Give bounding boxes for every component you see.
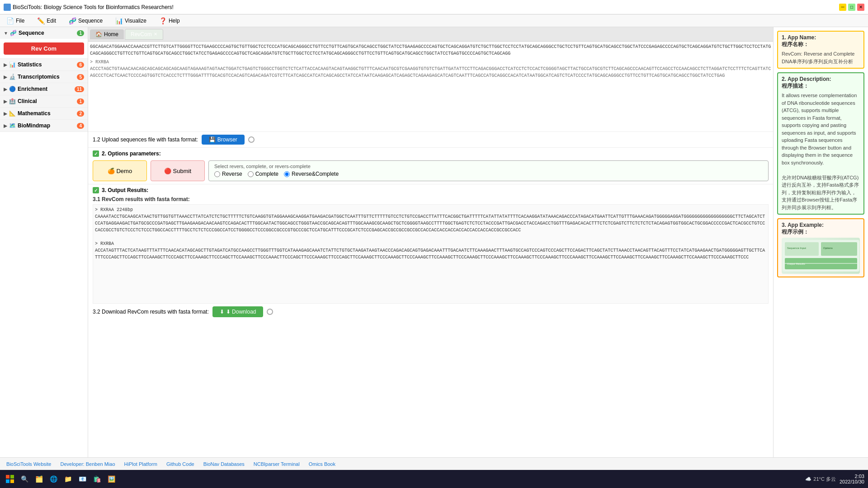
menu-edit-label: Edit [47,18,56,24]
bottom-link-bioscitools[interactable]: BioSciTools Website [4,460,54,468]
revcom-button[interactable]: Rev Com [4,42,84,55]
statistics-badge: 6 [77,62,84,68]
triangle-right-icon6: ▶ [4,123,7,128]
sidebar-section-clinical-header[interactable]: ▶ 🏥 Clinical 1 [0,95,88,107]
menu-sequence[interactable]: 🧬 Sequence [66,16,105,25]
sidebar-section-sequence: ▼ 🧬 Sequence 1 Rev Com [0,27,88,59]
sidebar-section-biomindmap: ▶ 🗺️ BioMindmap 4 [0,120,88,132]
sequence-icon: 🧬 [69,17,76,24]
reverse-complete-option[interactable]: Reverse&Complete [284,171,339,177]
download-button[interactable]: ⬇ ⬇ Download [212,306,264,317]
sidebar-section-enrichment-header[interactable]: ▶ 🔵 Enrichment 11 [0,83,88,95]
output-label: 3. Output Results: [102,187,148,193]
bottom-link-developer[interactable]: Developer: Benben Miao [57,460,118,468]
taskbar: 🔍 🗂️ 🌐 📁 📧 🛍️ 🖼️ ☁️ 21°C 多云 2:03 2022/10… [0,470,868,488]
window-controls[interactable]: ─ □ ✕ [839,4,864,11]
edit-icon: ✏️ [37,17,45,24]
svg-text:Options: Options [823,247,833,249]
bottom-link-ncbiparser[interactable]: NCBIparser Terminal [251,460,302,468]
svg-text:Sequence Input: Sequence Input [787,247,806,249]
submit-button[interactable]: 🔴 Submit [151,160,205,181]
upload-label: 1.2 Upload sequences file with fasta for… [93,136,198,143]
complete-radio[interactable] [248,171,254,177]
tab-close-icon[interactable]: ✕ [154,32,157,37]
sidebar-section-mathematics-header[interactable]: ▶ 📐 Mathematics 2 [0,108,88,119]
options-row: 🍊 Demo 🔴 Submit Select revers, complete,… [93,160,769,181]
demo-btn-label: 🍊 Demo [108,168,132,174]
home-icon: 🏠 [95,31,102,38]
triangle-right-icon4: ▶ [4,99,7,104]
menu-edit[interactable]: ✏️ Edit [34,16,59,25]
sidebar: ▼ 🧬 Sequence 1 Rev Com ▶ 📊 Statistics 6 … [0,27,88,457]
mathematics-section-icon: 📐 [9,110,16,117]
tab-revcom-label: RevCom [131,31,152,38]
taskview-icon[interactable]: 🗂️ [33,473,45,485]
output-header: ✓ 3. Output Results: [93,187,769,193]
bottom-link-github[interactable]: Github Code [164,460,197,468]
sidebar-section-sequence-header[interactable]: ▼ 🧬 Sequence 1 [0,27,88,39]
app-name-card-title: 1. App Name:程序名称： [782,34,860,48]
start-button[interactable] [4,473,16,485]
transcriptomics-badge: 5 [77,74,84,80]
reverse-option[interactable]: Reverse [214,171,242,177]
tab-bar: 🏠 Home RevCom ✕ [88,27,773,42]
sequence-section-label: Sequence [19,30,44,36]
sidebar-section-transcriptomics-header[interactable]: ▶ 🔬 Transcriptomics 5 [0,71,88,83]
triangle-right-icon2: ▶ [4,75,7,80]
upload-radio[interactable] [248,136,255,143]
taskbar-right: ☁️ 21°C 多云 2:03 2022/10/30 [805,474,864,484]
revers-select-box: Select revers, complete, or revers-compl… [208,160,769,181]
bottom-link-omicsbook[interactable]: Omics Book [306,460,338,468]
download-icon: ⬇ [220,309,224,315]
bottom-bar: BioSciTools Website Developer: Benben Mi… [0,457,868,470]
mail-icon[interactable]: 📧 [76,473,89,485]
store-icon[interactable]: 🛍️ [90,473,103,485]
download-radio[interactable] [267,309,273,315]
results-content: > RXRAA 2248bp CAAAATACCTGCAAGCATAACTGTT… [95,206,766,261]
time-display: 2:03 [840,474,864,479]
demo-button[interactable]: 🍊 Demo [93,160,147,181]
menu-visualize[interactable]: 📊 Visualize [113,16,149,25]
maximize-button[interactable]: □ [848,4,855,11]
biomindmap-badge: 4 [77,123,84,129]
sidebar-section-statistics: ▶ 📊 Statistics 6 [0,59,88,71]
sequence-content: GGCAGACATGGAAACCAAACCGTTCTTGTCATTGGGGTTC… [90,43,771,57]
options-label: 2. Options parameters: [102,150,161,157]
menu-file-label: File [16,18,24,24]
clock-widget: 2:03 2022/10/30 [840,474,864,484]
submit-btn-label: 🔴 Submit [164,168,191,174]
sequence-text-area[interactable]: GGCAGACATGGAAACCAAACCGTTCTTGTCATTGGGGTTC… [88,42,773,132]
menu-help[interactable]: ❓ Help [156,16,183,25]
results-text-area[interactable]: > RXRAA 2248bp CAAAATACCTGCAAGCATAACTGTT… [93,204,769,304]
svg-rect-10 [6,479,9,483]
minimize-button[interactable]: ─ [839,4,846,11]
reverse-complete-radio[interactable] [284,171,290,177]
tab-revcom[interactable]: RevCom ✕ [125,29,163,40]
sequence-extra: > RXRBA ACCCTAGCTGTAAACAACAGCAGCAGCAGCAG… [90,59,771,79]
close-button[interactable]: ✕ [857,4,864,11]
edge-icon[interactable]: 🌐 [47,473,60,485]
reverse-radio[interactable] [214,171,220,177]
browser-button[interactable]: 💾 Browser [202,135,245,145]
weather-icon: ☁️ [805,476,811,482]
sidebar-section-statistics-header[interactable]: ▶ 📊 Statistics 6 [0,59,88,70]
tab-home-label: Home [104,31,118,38]
app-description-card: 2. App Description:程序描述： It allows rever… [777,72,864,215]
biomindmap-section-icon: 🗺️ [9,122,16,129]
bottom-link-bionav[interactable]: BioNav Databases [201,460,247,468]
sidebar-section-biomindmap-header[interactable]: ▶ 🗺️ BioMindmap 4 [0,120,88,131]
enrichment-section-label: Enrichment [18,86,47,92]
photos-icon[interactable]: 🖼️ [105,473,118,485]
bottom-link-hiplot[interactable]: HiPlot Platform [122,460,160,468]
menu-file[interactable]: 📄 File [4,16,27,25]
file-icon: 📄 [6,17,14,24]
svg-rect-9 [10,475,14,479]
explorer-icon[interactable]: 📁 [61,473,74,485]
options-header: ✓ 2. Options parameters: [93,150,769,157]
triangle-right-icon: ▶ [4,62,7,67]
sidebar-section-transcriptomics: ▶ 🔬 Transcriptomics 5 [0,71,88,83]
search-taskbar-icon[interactable]: 🔍 [18,473,31,485]
upload-row: 1.2 Upload sequences file with fasta for… [93,135,769,145]
tab-home[interactable]: 🏠 Home [90,29,124,39]
complete-option[interactable]: Complete [248,171,278,177]
